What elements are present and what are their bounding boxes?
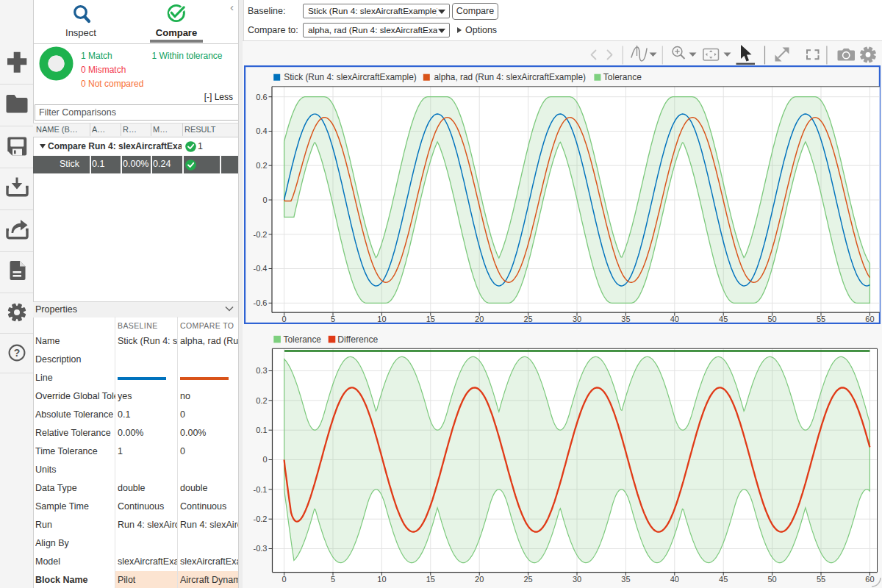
svg-text:-0.3: -0.3	[254, 544, 268, 553]
svg-text:?: ?	[14, 347, 21, 359]
svg-text:55: 55	[817, 315, 825, 323]
svg-text:50: 50	[767, 315, 776, 323]
svg-text:Difference: Difference	[337, 334, 378, 345]
svg-text:5: 5	[331, 575, 335, 584]
svg-text:45: 45	[719, 575, 728, 584]
svg-text:60: 60	[865, 315, 874, 323]
svg-text:5: 5	[331, 315, 335, 323]
svg-text:-0.4: -0.4	[254, 264, 268, 273]
svg-text:0.3: 0.3	[256, 366, 267, 375]
svg-text:Tolerance: Tolerance	[284, 334, 322, 345]
svg-text:0: 0	[282, 575, 287, 584]
svg-text:0.1: 0.1	[256, 426, 267, 434]
svg-text:-0.2: -0.2	[254, 514, 268, 523]
svg-text:35: 35	[621, 315, 630, 323]
svg-text:30: 30	[573, 315, 581, 323]
svg-text:Stick (Run 4: slexAircraftExam: Stick (Run 4: slexAircraftExample)	[284, 72, 417, 82]
svg-text:25: 25	[523, 315, 532, 323]
svg-text:40: 40	[670, 575, 679, 584]
svg-text:10: 10	[377, 575, 386, 584]
svg-text:35: 35	[621, 575, 630, 584]
svg-text:15: 15	[426, 315, 435, 323]
svg-text:-0.1: -0.1	[254, 485, 268, 494]
svg-text:0.6: 0.6	[256, 93, 267, 101]
svg-text:15: 15	[426, 575, 435, 584]
svg-text:50: 50	[767, 575, 776, 584]
svg-text:Tolerance: Tolerance	[603, 72, 642, 82]
svg-text:20: 20	[475, 315, 484, 323]
svg-text:0: 0	[262, 196, 267, 204]
svg-text:0.2: 0.2	[256, 396, 267, 405]
svg-text:20: 20	[475, 575, 484, 584]
svg-text:-0.6: -0.6	[254, 298, 268, 307]
svg-text:40: 40	[670, 315, 679, 323]
svg-text:25: 25	[523, 575, 532, 584]
svg-text:30: 30	[573, 575, 581, 584]
svg-text:10: 10	[377, 315, 386, 323]
svg-text:0: 0	[262, 455, 267, 464]
svg-text:0.2: 0.2	[256, 161, 267, 170]
svg-text:0: 0	[282, 315, 287, 323]
svg-text:-0.2: -0.2	[254, 230, 268, 239]
svg-text:0.4: 0.4	[256, 126, 267, 135]
svg-text:60: 60	[865, 575, 874, 584]
svg-text:alpha, rad (Run 4: slexAircraf: alpha, rad (Run 4: slexAircraftExample)	[434, 72, 587, 82]
svg-text:55: 55	[817, 575, 825, 584]
svg-text:45: 45	[719, 315, 728, 323]
